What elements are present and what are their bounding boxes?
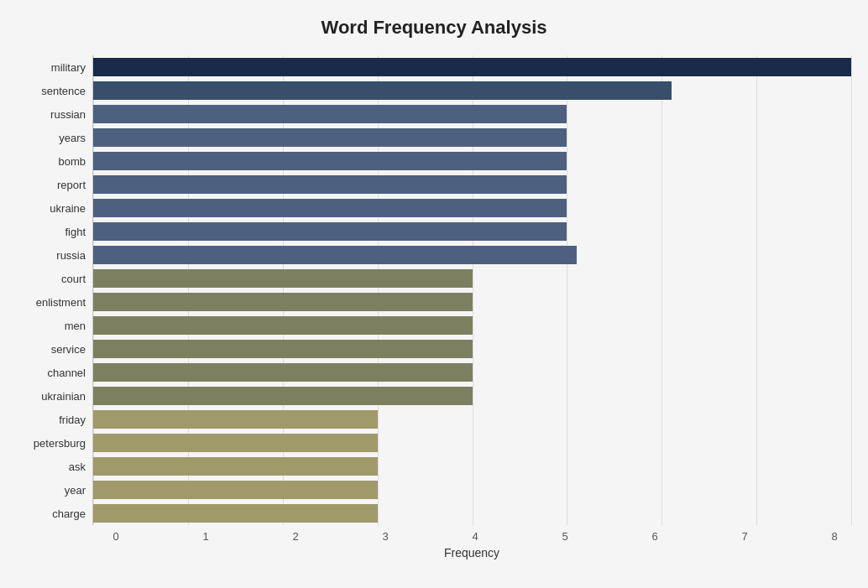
y-label: sentence bbox=[41, 79, 86, 102]
bar-row bbox=[93, 79, 851, 102]
bar-row bbox=[93, 55, 851, 79]
chart-inner: militarysentencerussianyearsbombreportuk… bbox=[17, 55, 851, 525]
bar-row bbox=[93, 455, 851, 478]
bar bbox=[93, 128, 567, 147]
bar bbox=[93, 316, 473, 335]
bar-row bbox=[93, 243, 851, 267]
y-label: friday bbox=[59, 408, 86, 431]
x-axis: 012345678 bbox=[92, 530, 851, 543]
y-label: court bbox=[61, 267, 86, 290]
bar-row bbox=[93, 314, 851, 337]
y-label: russian bbox=[50, 102, 86, 126]
bar-row bbox=[93, 290, 851, 314]
y-label: ask bbox=[69, 455, 86, 478]
bar bbox=[93, 504, 378, 523]
x-tick: 1 bbox=[189, 530, 222, 543]
chart-area: militarysentencerussianyearsbombreportuk… bbox=[17, 55, 851, 509]
bar-row bbox=[93, 267, 851, 290]
bar bbox=[93, 81, 672, 100]
y-label: ukraine bbox=[50, 196, 86, 220]
bar bbox=[93, 105, 567, 123]
x-tick: 6 bbox=[638, 530, 672, 543]
x-tick: 8 bbox=[818, 530, 851, 543]
x-tick: 3 bbox=[369, 530, 402, 543]
bar bbox=[93, 387, 473, 405]
x-tick: 2 bbox=[279, 530, 312, 543]
bar bbox=[93, 434, 378, 452]
y-label: petersburg bbox=[34, 431, 86, 455]
bar bbox=[93, 340, 473, 358]
bars-section bbox=[92, 55, 851, 525]
y-label: bomb bbox=[58, 149, 86, 173]
y-label: report bbox=[57, 173, 86, 196]
bar bbox=[93, 199, 567, 217]
bar bbox=[93, 363, 473, 382]
bar-row bbox=[93, 408, 851, 431]
x-axis-label: Frequency bbox=[92, 546, 851, 559]
y-label: year bbox=[65, 478, 86, 502]
bar bbox=[93, 152, 567, 170]
y-label: fight bbox=[65, 220, 86, 243]
grid-line bbox=[851, 55, 852, 525]
y-labels: militarysentencerussianyearsbombreportuk… bbox=[17, 55, 92, 525]
y-label: years bbox=[59, 126, 86, 149]
bar-row bbox=[93, 361, 851, 384]
bar-row bbox=[93, 337, 851, 361]
bar bbox=[93, 457, 378, 476]
bar-row bbox=[93, 173, 851, 196]
bar bbox=[93, 58, 851, 76]
y-label: russia bbox=[56, 243, 86, 267]
bar-row bbox=[93, 102, 851, 126]
bar bbox=[93, 175, 567, 194]
bar bbox=[93, 246, 577, 264]
bar-row bbox=[93, 502, 851, 525]
bar-row bbox=[93, 220, 851, 243]
y-label: charge bbox=[52, 502, 86, 525]
x-tick: 0 bbox=[99, 530, 133, 543]
bar-row bbox=[93, 478, 851, 502]
bar-row bbox=[93, 384, 851, 408]
bar-row bbox=[93, 126, 851, 149]
bar bbox=[93, 481, 378, 499]
bar-row bbox=[93, 196, 851, 220]
bar bbox=[93, 293, 473, 311]
bar bbox=[93, 269, 473, 288]
bar-row bbox=[93, 431, 851, 455]
y-label: military bbox=[51, 55, 86, 79]
x-tick: 4 bbox=[458, 530, 492, 543]
chart-title: Word Frequency Analysis bbox=[17, 17, 851, 39]
chart-container: Word Frequency Analysis militarysentence… bbox=[0, 0, 868, 588]
bar bbox=[93, 222, 567, 241]
y-label: enlistment bbox=[36, 290, 86, 314]
y-label: channel bbox=[47, 361, 86, 384]
bar bbox=[93, 410, 378, 429]
y-label: men bbox=[65, 314, 86, 337]
x-tick: 5 bbox=[548, 530, 582, 543]
x-tick: 7 bbox=[728, 530, 761, 543]
y-label: service bbox=[51, 337, 86, 361]
bar-row bbox=[93, 149, 851, 173]
y-label: ukrainian bbox=[41, 384, 86, 408]
